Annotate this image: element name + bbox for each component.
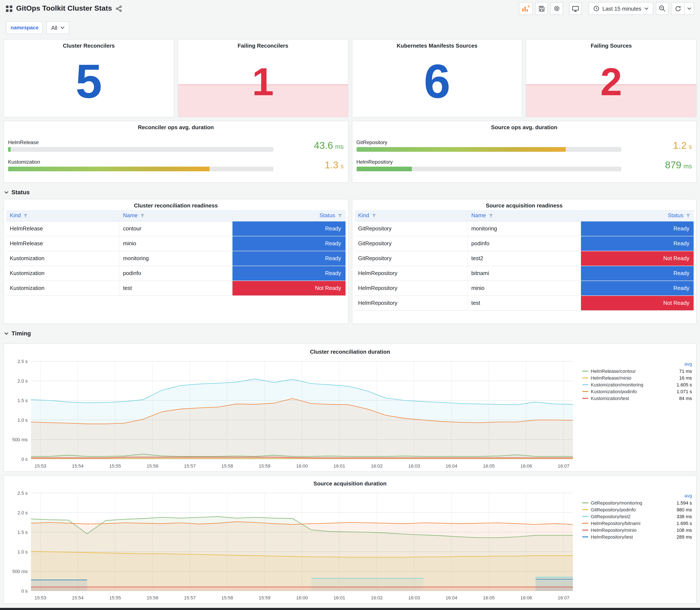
cell-name: minio <box>468 280 581 295</box>
panel-title[interactable]: Failing Sources <box>526 39 696 50</box>
panel-title[interactable]: Cluster Reconcilers <box>4 39 174 50</box>
cell-name: monitoring <box>119 251 232 266</box>
legend-item[interactable]: HelmRelease/minio16 ms <box>582 374 692 381</box>
legend-item[interactable]: Kustomization/test84 ms <box>582 395 692 402</box>
series-avg-value: 289 ms <box>677 534 692 540</box>
svg-text:2.5 s: 2.5 s <box>17 491 28 496</box>
table-container: KindNameStatusHelmReleasecontourReadyHel… <box>4 210 348 296</box>
svg-text:16:03: 16:03 <box>408 463 420 469</box>
add-panel-button[interactable] <box>519 2 533 15</box>
filter-funnel-icon[interactable] <box>140 214 145 218</box>
panel-title[interactable]: Reconciler ops avg. duration <box>8 121 344 132</box>
table-row: KustomizationpodinfoReady <box>6 266 345 280</box>
chevron-down-icon <box>4 191 9 194</box>
panel-title[interactable]: Source acquisition readiness <box>352 199 696 210</box>
legend-item[interactable]: GitRepository/monitoring1.594 s <box>582 499 692 506</box>
panel-title[interactable]: Source acquisition duration <box>7 477 693 488</box>
share-icon[interactable] <box>116 2 122 15</box>
time-series-chart[interactable]: 0 s500 ms1.0 s1.5 s2.0 s2.5 s15:5315:541… <box>7 356 580 470</box>
column-header-status[interactable]: Status <box>232 210 345 221</box>
legend-item[interactable]: GitRepository/test2338 ms <box>582 513 692 520</box>
filter-funnel-icon[interactable] <box>338 214 342 218</box>
legend-item[interactable]: HelmRepository/test289 ms <box>582 533 692 540</box>
svg-text:500 ms: 500 ms <box>12 569 28 574</box>
time-series-chart[interactable]: 0 s500 ms1.0 s1.5 s2.0 s2.5 s15:5315:541… <box>7 488 580 602</box>
cell-name: podinfo <box>468 236 581 251</box>
cell-kind: Kustomization <box>6 280 119 295</box>
section-row-status[interactable]: Status <box>0 183 700 199</box>
series-avg-value: 1.605 s <box>677 382 692 387</box>
svg-text:16:00: 16:00 <box>296 463 308 469</box>
legend-item[interactable]: Kustomization/monitoring1.605 s <box>582 381 692 388</box>
legend-item[interactable]: HelmRepository/bitnami1.695 s <box>582 520 692 527</box>
legend-avg-header[interactable]: avg <box>582 493 692 499</box>
series-name: HelmRepository/bitnami <box>591 521 674 526</box>
series-avg-value: 1.071 s <box>677 389 692 394</box>
stat-value: 5 <box>4 50 174 117</box>
time-range-picker[interactable]: Last 15 minutes <box>589 2 653 15</box>
filter-funnel-icon[interactable] <box>23 214 28 218</box>
gauge-value: 1.2s <box>628 140 692 151</box>
series-color-dash <box>582 536 588 537</box>
cell-kind: HelmRepository <box>355 280 468 295</box>
cell-name: test <box>119 280 232 295</box>
refresh-button[interactable] <box>671 2 684 14</box>
zoom-out-button[interactable] <box>656 2 669 15</box>
panel-title[interactable]: Kubernetes Manifests Sources <box>352 39 522 50</box>
table-row: GitRepositorytest2Not Ready <box>355 251 694 266</box>
svg-text:15:58: 15:58 <box>222 595 233 600</box>
cell-kind: Kustomization <box>6 251 119 266</box>
legend-item[interactable]: Kustomization/podinfo1.071 s <box>582 388 692 395</box>
panel-source-ops-duration: Source ops avg. duration GitRepository1.… <box>352 121 697 183</box>
tables-row: Cluster reconciliation readiness KindNam… <box>3 199 697 324</box>
legend-item[interactable]: HelmRelease/contour71 ms <box>582 368 692 374</box>
panel-title[interactable]: Cluster reconciliation readiness <box>4 199 348 210</box>
panel-title[interactable]: Source ops avg. duration <box>356 121 692 132</box>
gauge-fill <box>8 147 11 151</box>
save-dashboard-button[interactable] <box>535 2 548 15</box>
series-avg-value: 71 ms <box>679 369 692 374</box>
filter-funnel-icon[interactable] <box>489 214 493 218</box>
column-header-kind[interactable]: Kind <box>6 210 119 221</box>
namespace-filter-label[interactable]: namespace <box>6 21 43 34</box>
svg-text:16:07: 16:07 <box>558 463 569 469</box>
namespace-filter-value[interactable]: All <box>47 21 69 34</box>
column-header-name[interactable]: Name <box>119 210 232 221</box>
refresh-interval-dropdown[interactable] <box>684 2 694 14</box>
cell-name: test <box>468 295 581 310</box>
legend-item[interactable]: GitRepository/podinfo980 ms <box>582 506 692 513</box>
panel-source-acquisition-readiness: Source acquisition readiness KindNameSta… <box>352 199 697 324</box>
cell-kind: GitRepository <box>355 236 468 251</box>
cell-name: podinfo <box>119 266 232 280</box>
filter-funnel-icon[interactable] <box>372 214 376 218</box>
column-header-name[interactable]: Name <box>468 210 581 221</box>
table-row: GitRepositorymonitoringReady <box>355 221 694 236</box>
status-badge: Not Ready <box>581 251 694 266</box>
series-color-dash <box>582 530 588 530</box>
gauge-fill <box>356 147 566 151</box>
column-header-status[interactable]: Status <box>581 210 694 221</box>
status-badge: Ready <box>581 266 694 280</box>
panel-title[interactable]: Failing Reconcilers <box>178 39 348 50</box>
dashboard-grid-icon[interactable] <box>6 2 12 15</box>
svg-text:2.5 s: 2.5 s <box>17 359 28 364</box>
cell-kind: GitRepository <box>355 251 468 266</box>
series-avg-value: 108 ms <box>677 528 692 533</box>
gauge-list: HelmRelease43.6msKustomization1.3s <box>8 132 344 179</box>
gauge-label: HelmRelease <box>8 139 280 145</box>
section-row-timing[interactable]: Timing <box>0 324 700 340</box>
gauge-track <box>356 167 621 172</box>
gauge-list: GitRepository1.2sHelmRepository879ms <box>356 132 692 179</box>
legend-item[interactable]: HelmRepository/minio108 ms <box>582 527 692 533</box>
filter-funnel-icon[interactable] <box>686 214 690 218</box>
cell-name: contour <box>119 221 232 236</box>
svg-text:2.0 s: 2.0 s <box>17 510 28 515</box>
column-header-kind[interactable]: Kind <box>355 210 468 221</box>
dashboard-settings-button[interactable] <box>550 2 563 15</box>
cycle-view-mode-button[interactable] <box>569 2 582 15</box>
panel-cluster-reconciliation-readiness: Cluster reconciliation readiness KindNam… <box>3 199 348 324</box>
gauge-label: HelmRepository <box>356 159 628 165</box>
legend-avg-header[interactable]: avg <box>582 361 692 368</box>
panel-title[interactable]: Cluster reconciliation duration <box>7 346 693 356</box>
series-color-dash <box>582 398 588 399</box>
